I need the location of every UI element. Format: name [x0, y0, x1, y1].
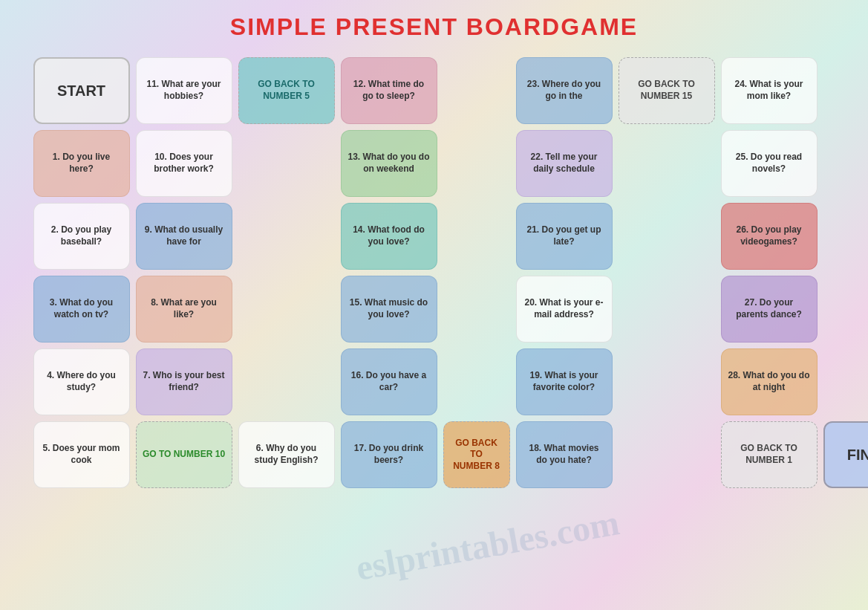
cell-empty-5 — [619, 130, 715, 197]
cell-7: 7. Who is your best friend? — [136, 348, 232, 415]
cell-12: 12. What time do go to sleep? — [341, 57, 437, 124]
cell-empty-8 — [443, 203, 510, 270]
cell-10: 10. Does your brother work? — [136, 130, 232, 197]
cell-empty-10 — [823, 203, 869, 270]
cell-empty-19 — [619, 421, 715, 488]
cell-21: 21. Do you get up late? — [516, 203, 613, 270]
cell-empty-12 — [443, 276, 510, 343]
cell-empty-7 — [238, 203, 335, 270]
cell-11: 11. What are your hobbies? — [136, 57, 232, 124]
cell-empty-11 — [238, 276, 335, 343]
cell-finish: FINISH — [823, 421, 869, 488]
cell-empty-18 — [823, 348, 869, 415]
cell-go-to-10: GO TO NUMBER 10 — [136, 421, 232, 488]
cell-empty-16 — [443, 348, 510, 415]
cell-26: 26. Do you play videogames? — [721, 203, 818, 270]
cell-empty-17 — [619, 348, 715, 415]
cell-empty-6 — [823, 130, 869, 197]
cell-2: 2. Do you play baseball? — [33, 203, 130, 270]
cell-28: 28. What do you do at night — [721, 348, 818, 415]
cell-empty-2 — [823, 57, 869, 124]
cell-22: 22. Tell me your daily schedule — [516, 130, 613, 197]
page-title: SIMPLE PRESENT BOARDGAME — [0, 0, 868, 50]
cell-start: START — [33, 57, 130, 124]
cell-16: 16. Do you have a car? — [341, 348, 437, 415]
cell-9: 9. What do usually have for — [136, 203, 232, 270]
cell-1: 1. Do you live here? — [33, 130, 130, 197]
cell-20: 20. What is your e-mail address? — [516, 276, 613, 343]
cell-24: 24. What is your mom like? — [721, 57, 818, 124]
cell-go-back-1: GO BACK TO NUMBER 1 — [721, 421, 818, 488]
board: START 11. What are your hobbies? GO BACK… — [11, 50, 858, 568]
cell-13: 13. What do you do on weekend — [341, 130, 437, 197]
cell-18: 18. What movies do you hate? — [516, 421, 613, 488]
cell-empty-13 — [619, 276, 715, 343]
cell-27: 27. Do your parents dance? — [721, 276, 818, 343]
cell-go-back-15: GO BACK TO NUMBER 15 — [619, 57, 715, 124]
cell-6: 6. Why do you study English? — [238, 421, 335, 488]
cell-empty-9 — [619, 203, 715, 270]
cell-go-back-8: GO BACK TO NUMBER 8 — [443, 421, 510, 488]
cell-empty-1 — [443, 57, 510, 124]
cell-5: 5. Does your mom cook — [33, 421, 130, 488]
cell-4: 4. Where do you study? — [33, 348, 130, 415]
cell-go-back-5: GO BACK TO NUMBER 5 — [238, 57, 335, 124]
cell-empty-4 — [443, 130, 510, 197]
cell-15: 15. What music do you love? — [341, 276, 437, 343]
cell-8: 8. What are you like? — [136, 276, 232, 343]
cell-25: 25. Do you read novels? — [721, 130, 818, 197]
cell-empty-15 — [238, 348, 335, 415]
cell-19: 19. What is your favorite color? — [516, 348, 613, 415]
cell-empty-3 — [238, 130, 335, 197]
cell-14: 14. What food do you love? — [341, 203, 437, 270]
cell-23: 23. Where do you go in the — [516, 57, 613, 124]
cell-3: 3. What do you watch on tv? — [33, 276, 130, 343]
cell-17: 17. Do you drink beers? — [341, 421, 437, 488]
cell-empty-14 — [823, 276, 869, 343]
